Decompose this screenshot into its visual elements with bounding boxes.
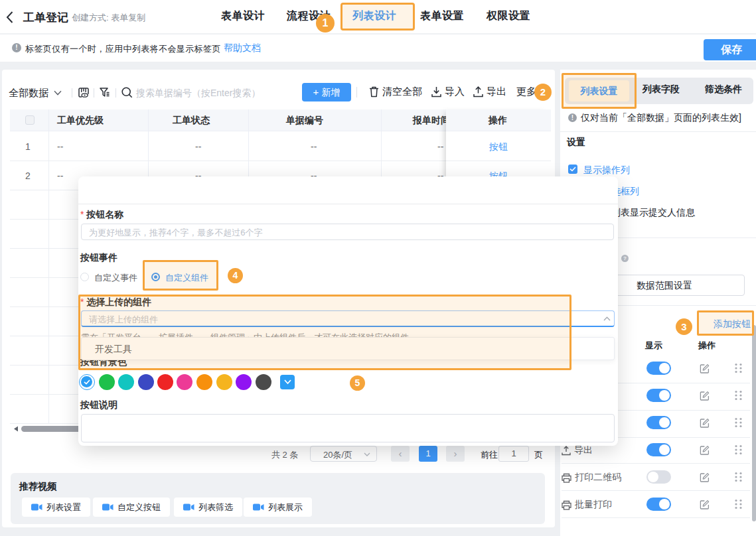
pagination-prev-button[interactable]: ‹ <box>391 446 410 462</box>
notice-bar: ! 标签页仅有一个时，应用中列表将不会显示标签页 帮助文档 保存 <box>0 34 756 62</box>
tab-filter-conditions[interactable]: 筛选条件 <box>705 84 742 96</box>
video-button-custom-button[interactable]: 自定义按钮 <box>93 498 170 517</box>
filter-icon[interactable] <box>100 88 110 98</box>
pagination-page-1[interactable]: 1 <box>419 446 437 462</box>
config-tab-bar: 列表设置 列表字段 筛选条件 <box>565 78 753 104</box>
video-button-list-display[interactable]: 列表展示 <box>244 498 312 517</box>
row-index: 2 <box>25 170 31 181</box>
swatch-pink[interactable] <box>177 374 192 390</box>
edit-icon[interactable] <box>700 445 710 455</box>
pagination-goto-input[interactable]: 1 <box>498 446 529 462</box>
swatch-purple[interactable] <box>236 374 252 390</box>
tab-list-settings[interactable]: 列表设置 <box>569 80 629 101</box>
pagination-next-button[interactable]: › <box>446 446 465 462</box>
color-picker-button[interactable] <box>280 375 295 389</box>
swatch-teal[interactable] <box>118 374 134 390</box>
save-button[interactable]: 保存 <box>704 39 756 60</box>
edit-icon[interactable] <box>700 364 710 373</box>
pagination-page-label: 页 <box>534 449 543 461</box>
button-config-dialog: * 按钮名称 为更好地显示，推荐4个字，最多不超过6个字 按钮事件 自定义事件 … <box>78 176 618 446</box>
toolbar-divider <box>115 88 116 98</box>
toggle-export[interactable] <box>646 443 671 456</box>
help-doc-link[interactable]: 帮助文档 <box>224 42 261 54</box>
radio-custom-event[interactable] <box>80 273 89 281</box>
tab-list-fields[interactable]: 列表字段 <box>643 84 680 96</box>
button-description-textarea[interactable] <box>81 414 615 442</box>
edit-icon[interactable] <box>700 472 710 482</box>
radio-dot <box>154 275 157 279</box>
chevron-down-icon <box>284 379 291 385</box>
cell-status: -- <box>195 141 201 152</box>
search-icon[interactable] <box>121 87 133 98</box>
drag-handle-icon[interactable] <box>734 444 743 455</box>
swatch-red[interactable] <box>157 374 173 390</box>
notice-text: 标签页仅有一个时，应用中列表将不会显示标签页 <box>25 43 221 55</box>
more-button[interactable]: 更多 <box>516 86 536 98</box>
check-icon <box>569 167 576 172</box>
swatch-orange[interactable] <box>196 374 212 390</box>
vertical-scrollbar-thumb[interactable] <box>752 325 756 521</box>
drag-handle-icon[interactable] <box>734 363 743 373</box>
page-size-select[interactable]: 20条/页 <box>310 446 377 462</box>
video-button-list-settings[interactable]: 列表设置 <box>22 498 90 517</box>
toggle-batch-print[interactable] <box>646 498 671 511</box>
import-button[interactable]: 导入 <box>431 86 465 98</box>
grid-line <box>48 109 49 424</box>
dataset-select-value: 全部数据 <box>9 87 48 100</box>
checkbox-show-operation[interactable] <box>568 165 577 174</box>
scan-preview-icon[interactable] <box>78 88 89 98</box>
swatch-royal-blue[interactable] <box>138 374 154 390</box>
chevron-down-icon <box>364 452 370 456</box>
radio-label-custom-event[interactable]: 自定义事件 <box>94 272 137 284</box>
button-name-input[interactable]: 为更好地显示，推荐4个字，最多不超过6个字 <box>81 224 614 240</box>
tab-permission-settings[interactable]: 权限设置 <box>487 9 530 23</box>
dropdown-option-dev-tools[interactable]: 开发工具 <box>95 344 132 356</box>
swatch-dark-grey[interactable] <box>256 374 271 390</box>
row-action-button[interactable]: 按钮 <box>489 141 508 153</box>
pagination-total: 共 2 条 <box>271 449 298 461</box>
toggle-row-3[interactable] <box>646 416 671 429</box>
swatch-selected-blue[interactable] <box>79 374 95 390</box>
radio-custom-component[interactable] <box>151 273 160 281</box>
row-line <box>446 161 551 161</box>
video-button-list-filter[interactable]: 列表筛选 <box>174 498 242 517</box>
cell-priority: -- <box>57 170 63 181</box>
toggle-row-2[interactable] <box>646 389 671 402</box>
tab-list-design[interactable]: 列表设计 <box>352 9 396 23</box>
drag-handle-icon[interactable] <box>734 472 743 482</box>
edit-icon[interactable] <box>700 418 710 428</box>
edit-icon[interactable] <box>700 391 710 401</box>
search-input[interactable]: 搜索单据编号（按Enter搜索） <box>136 88 260 100</box>
info-icon: ! <box>568 113 577 122</box>
drag-handle-icon[interactable] <box>734 417 743 428</box>
back-icon[interactable] <box>6 11 13 23</box>
swatch-green[interactable] <box>99 374 115 390</box>
select-all-checkbox[interactable] <box>25 115 35 125</box>
tab-form-settings[interactable]: 表单设置 <box>420 9 464 23</box>
row-divider <box>562 490 750 491</box>
scroll-left-arrow[interactable] <box>13 426 19 432</box>
add-button[interactable]: + 新增 <box>302 83 351 101</box>
settings-title: 设置 <box>567 137 585 149</box>
export-icon <box>473 86 483 98</box>
toggle-print-qr[interactable] <box>646 470 671 484</box>
select-hint-clipped: 需在「开发平台——扩展插件——组件管理」中上传组件后，才可在此选择对应的组件 <box>81 331 585 337</box>
button-name-placeholder: 为更好地显示，推荐4个字，最多不超过6个字 <box>89 227 262 239</box>
edit-icon[interactable] <box>700 500 710 509</box>
tab-form-design[interactable]: 表单设计 <box>221 9 265 23</box>
add-action-button[interactable]: 添加按钮 <box>714 318 751 330</box>
radio-label-custom-component[interactable]: 自定义组件 <box>165 272 208 284</box>
recommended-videos-card: 推荐视频 列表设置 自定义按钮 列表筛选 列表展示 <box>11 473 545 524</box>
toggle-knob <box>659 390 670 401</box>
drag-handle-icon[interactable] <box>734 499 743 509</box>
col-header-report-time: 报单时间 <box>413 115 450 127</box>
toggle-row-1[interactable] <box>646 362 671 375</box>
drag-handle-icon[interactable] <box>734 390 743 401</box>
swatch-yellow[interactable] <box>216 374 232 390</box>
required-asterisk: * <box>80 297 86 307</box>
toggle-knob <box>659 444 670 455</box>
dataset-select[interactable]: 全部数据 <box>9 86 62 100</box>
clear-all-button[interactable]: 清空全部 <box>369 86 422 98</box>
export-button[interactable]: 导出 <box>473 86 506 98</box>
component-select[interactable]: 请选择上传的组件 <box>81 310 615 327</box>
